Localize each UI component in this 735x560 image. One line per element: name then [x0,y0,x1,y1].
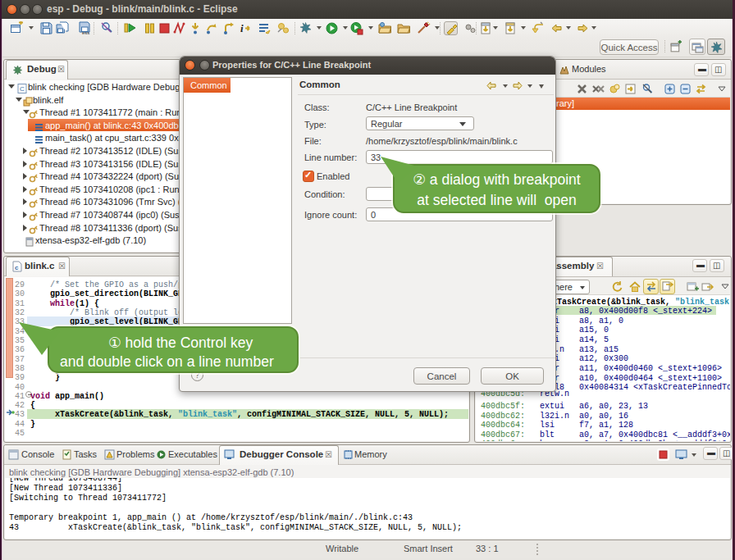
svg-text:C: C [20,85,25,93]
svg-text:c: c [15,264,19,271]
svg-text:i: i [240,22,244,34]
svg-text:ess: ess [82,30,89,35]
